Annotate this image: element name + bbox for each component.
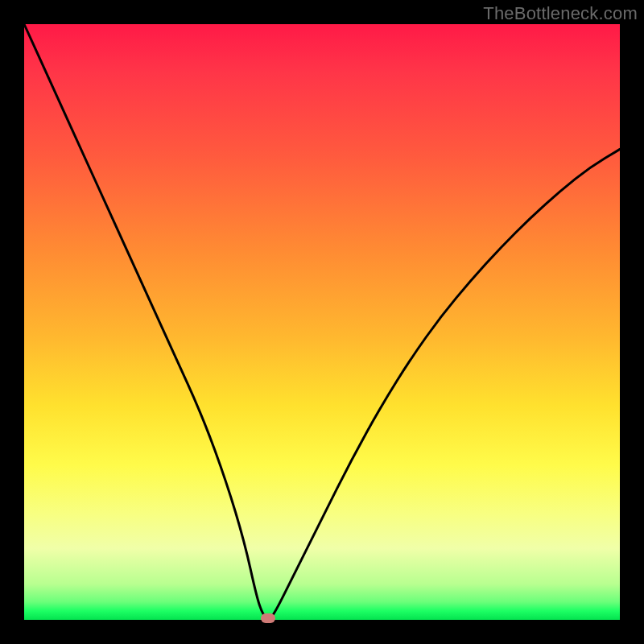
bottleneck-curve xyxy=(24,24,620,620)
plot-area xyxy=(24,24,620,620)
watermark-text: TheBottleneck.com xyxy=(483,3,638,24)
min-marker xyxy=(261,613,275,623)
chart-frame: TheBottleneck.com xyxy=(0,0,644,644)
